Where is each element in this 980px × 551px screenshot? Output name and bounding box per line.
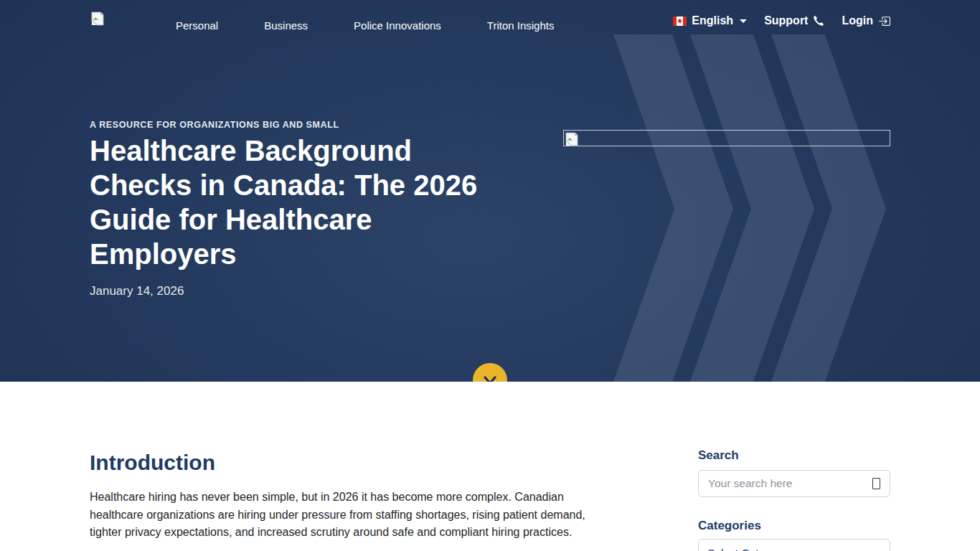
article-date: January 14, 2026 <box>90 284 184 298</box>
brand-logo-broken-image-icon[interactable] <box>91 11 105 27</box>
hero-eyebrow: A RESOURCE FOR ORGANIZATIONS BIG AND SMA… <box>90 120 339 130</box>
article-paragraph: Healthcare hiring has never been simple,… <box>90 489 592 542</box>
main-navigation: Personal Business Police Innovations Tri… <box>176 19 554 32</box>
search-button[interactable] <box>867 475 885 492</box>
article-heading: Introduction <box>90 451 215 475</box>
search-missing-glyph-icon <box>872 478 880 489</box>
login-label: Login <box>842 14 873 27</box>
nav-item-triton-insights[interactable]: Triton Insights <box>487 19 555 32</box>
caret-down-icon <box>740 19 747 23</box>
support-link[interactable]: Support <box>764 14 824 27</box>
categories-label: Categories <box>698 519 761 533</box>
nav-item-police-innovations[interactable]: Police Innovations <box>354 19 441 32</box>
nav-item-personal[interactable]: Personal <box>176 19 218 32</box>
page-title: Healthcare Background Checks in Canada: … <box>90 133 520 271</box>
hero-section: Personal Business Police Innovations Tri… <box>0 0 980 382</box>
search-box <box>698 470 890 497</box>
phone-icon <box>813 15 824 27</box>
search-label: Search <box>698 448 739 463</box>
language-label: English <box>692 14 733 27</box>
login-link[interactable]: Login <box>842 14 890 27</box>
article-section: Introduction Healthcare hiring has never… <box>0 382 980 551</box>
support-label: Support <box>764 14 808 27</box>
canada-flag-icon <box>673 17 687 26</box>
categories-selected-value: Select Category <box>707 547 786 551</box>
page: Personal Business Police Innovations Tri… <box>0 0 980 551</box>
header-actions: English Support Login <box>673 14 890 27</box>
hero-image-placeholder <box>563 130 890 146</box>
search-input[interactable] <box>698 470 890 497</box>
nav-item-business[interactable]: Business <box>264 19 308 32</box>
login-icon <box>878 15 890 27</box>
language-selector[interactable]: English <box>673 14 747 27</box>
broken-image-icon <box>565 132 578 146</box>
categories-select[interactable]: Select Category <box>698 539 890 551</box>
